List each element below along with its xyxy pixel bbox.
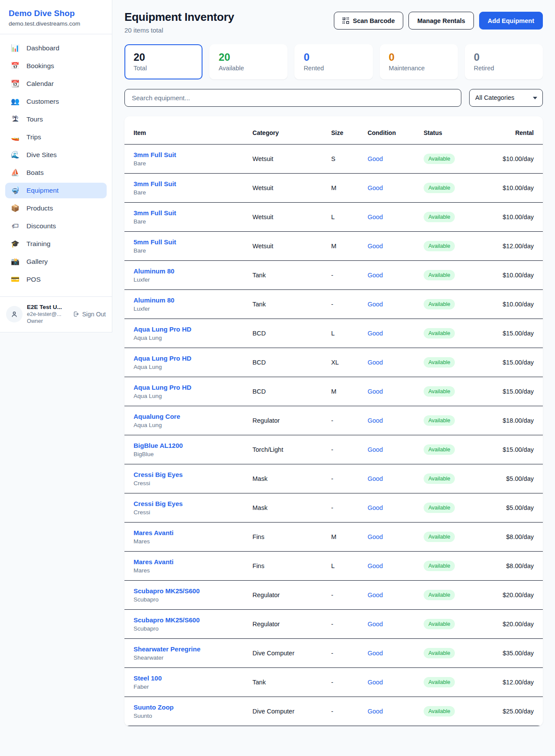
table-row[interactable]: Aluminum 80 Luxfer Tank - Good Available… <box>124 260 543 289</box>
table-row[interactable]: Cressi Big Eyes Cressi Mask - Good Avail… <box>124 493 543 522</box>
item-name-link[interactable]: BigBlue AL1200 <box>134 442 183 449</box>
table-row[interactable]: Suunto Zoop Suunto Dive Computer - Good … <box>124 697 543 726</box>
table-row[interactable]: 3mm Full Suit Bare Wetsuit S Good Availa… <box>124 144 543 173</box>
item-condition-link[interactable]: Good <box>368 650 383 657</box>
table-row[interactable]: Aqualung Core Aqua Lung Regulator - Good… <box>124 406 543 435</box>
table-row[interactable]: Scubapro MK25/S600 Scubapro Regulator - … <box>124 580 543 609</box>
item-condition-link[interactable]: Good <box>368 184 383 191</box>
item-condition-link[interactable]: Good <box>368 475 383 482</box>
item-name-link[interactable]: 3mm Full Suit <box>134 180 176 187</box>
item-name-link[interactable]: Cressi Big Eyes <box>134 471 183 478</box>
stat-card-retired[interactable]: 0 Retired <box>465 44 543 79</box>
item-name-link[interactable]: Suunto Zoop <box>134 703 173 711</box>
item-rental-price: $20.00/day <box>489 580 543 609</box>
table-row[interactable]: Aqua Lung Pro HD Aqua Lung BCD L Good Av… <box>124 319 543 348</box>
item-condition-link[interactable]: Good <box>368 679 383 686</box>
column-header-category[interactable]: Category <box>252 116 331 145</box>
table-row[interactable]: Aqua Lung Pro HD Aqua Lung BCD M Good Av… <box>124 377 543 406</box>
sign-out-button[interactable]: Sign Out <box>73 311 106 318</box>
item-name-link[interactable]: 3mm Full Suit <box>134 209 176 217</box>
item-condition-link[interactable]: Good <box>368 708 383 715</box>
status-badge: Available <box>424 590 455 600</box>
item-condition-link[interactable]: Good <box>368 446 383 453</box>
item-condition-link[interactable]: Good <box>368 330 383 337</box>
table-row[interactable]: Shearwater Peregrine Shearwater Dive Com… <box>124 638 543 667</box>
column-header-item[interactable]: Item <box>124 116 252 145</box>
sidebar-item[interactable]: 📊 Dashboard <box>5 40 107 56</box>
table-row[interactable]: Aqua Lung Pro HD Aqua Lung BCD XL Good A… <box>124 348 543 377</box>
stat-card-maintenance[interactable]: 0 Maintenance <box>380 44 458 79</box>
stat-label-maintenance: Maintenance <box>389 65 449 72</box>
sidebar-item[interactable]: 💳 POS <box>5 272 107 287</box>
sidebar-item[interactable]: 🚤 Trips <box>5 129 107 145</box>
column-header-rental[interactable]: Rental <box>489 116 543 145</box>
stat-value-maintenance: 0 <box>389 51 449 63</box>
item-condition-link[interactable]: Good <box>368 272 383 279</box>
stat-card-total[interactable]: 20 Total <box>124 44 202 79</box>
table-row[interactable]: Cressi Big Eyes Cressi Mask - Good Avail… <box>124 464 543 493</box>
item-name-link[interactable]: Scubapro MK25/S600 <box>134 616 200 624</box>
sidebar-item[interactable]: 📅 Bookings <box>5 58 107 74</box>
item-name-link[interactable]: 5mm Full Suit <box>134 238 176 246</box>
item-name-link[interactable]: Shearwater Peregrine <box>134 645 200 653</box>
item-rental-price: $10.00/day <box>489 144 543 173</box>
item-condition-link[interactable]: Good <box>368 562 383 569</box>
sidebar-item-label: POS <box>26 276 41 283</box>
item-name-link[interactable]: Aqua Lung Pro HD <box>134 355 191 362</box>
status-badge: Available <box>424 444 455 455</box>
item-condition-link[interactable]: Good <box>368 621 383 628</box>
column-header-size[interactable]: Size <box>331 116 368 145</box>
table-row[interactable]: Steel 100 Faber Tank - Good Available $1… <box>124 667 543 697</box>
column-header-status[interactable]: Status <box>424 116 489 145</box>
add-equipment-button[interactable]: Add Equipment <box>479 12 543 30</box>
item-condition-link[interactable]: Good <box>368 155 383 162</box>
item-name-link[interactable]: Scubapro MK25/S600 <box>134 587 200 595</box>
table-row[interactable]: 3mm Full Suit Bare Wetsuit L Good Availa… <box>124 202 543 231</box>
brand-name[interactable]: Demo Dive Shop <box>9 9 103 18</box>
item-name-link[interactable]: Mares Avanti <box>134 558 173 565</box>
sidebar-item[interactable]: 📆 Calendar <box>5 76 107 92</box>
table-row[interactable]: 3mm Full Suit Bare Wetsuit M Good Availa… <box>124 173 543 202</box>
table-row[interactable]: Mares Avanti Mares Fins L Good Available… <box>124 551 543 580</box>
table-row[interactable]: Mares Avanti Mares Fins M Good Available… <box>124 522 543 551</box>
item-condition-link[interactable]: Good <box>368 417 383 424</box>
item-name-link[interactable]: Aluminum 80 <box>134 267 174 275</box>
item-name-link[interactable]: Aqua Lung Pro HD <box>134 384 191 391</box>
item-condition-link[interactable]: Good <box>368 592 383 598</box>
item-name-link[interactable]: Steel 100 <box>134 674 162 682</box>
item-condition-link[interactable]: Good <box>368 301 383 308</box>
brand-domain: demo.test.divestreams.com <box>9 20 103 27</box>
item-condition-link[interactable]: Good <box>368 388 383 395</box>
sidebar-item[interactable]: 🏷 Discounts <box>5 218 107 234</box>
manage-rentals-button[interactable]: Manage Rentals <box>408 12 473 30</box>
item-name-link[interactable]: 3mm Full Suit <box>134 151 176 158</box>
sidebar-item[interactable]: 🤿 Equipment <box>5 183 107 198</box>
sidebar-item[interactable]: 👥 Customers <box>5 94 107 109</box>
table-row[interactable]: Scubapro MK25/S600 Scubapro Regulator - … <box>124 609 543 638</box>
stat-card-available[interactable]: 20 Available <box>209 44 287 79</box>
item-condition-link[interactable]: Good <box>368 243 383 250</box>
column-header-condition[interactable]: Condition <box>368 116 424 145</box>
item-condition-link[interactable]: Good <box>368 359 383 366</box>
item-condition-link[interactable]: Good <box>368 214 383 220</box>
sidebar-item[interactable]: ⛵ Boats <box>5 165 107 181</box>
item-condition-link[interactable]: Good <box>368 504 383 511</box>
sidebar-item[interactable]: 📦 Products <box>5 201 107 216</box>
item-name-link[interactable]: Cressi Big Eyes <box>134 500 183 507</box>
table-row[interactable]: Aluminum 80 Luxfer Tank - Good Available… <box>124 289 543 319</box>
search-input[interactable] <box>124 89 461 107</box>
stat-card-rented[interactable]: 0 Rented <box>294 44 372 79</box>
category-select[interactable]: All Categories <box>469 89 543 107</box>
item-name-link[interactable]: Aqualung Core <box>134 413 180 420</box>
item-name-link[interactable]: Aluminum 80 <box>134 296 174 304</box>
table-row[interactable]: BigBlue AL1200 BigBlue Torch/Light - Goo… <box>124 435 543 464</box>
item-condition-link[interactable]: Good <box>368 533 383 540</box>
sidebar-item[interactable]: 🌊 Dive Sites <box>5 147 107 163</box>
item-name-link[interactable]: Aqua Lung Pro HD <box>134 325 191 333</box>
table-row[interactable]: 5mm Full Suit Bare Wetsuit M Good Availa… <box>124 231 543 260</box>
sidebar-item[interactable]: 📸 Gallery <box>5 254 107 270</box>
sidebar-item[interactable]: 🏝 Tours <box>5 112 107 127</box>
sidebar-item[interactable]: 🎓 Training <box>5 236 107 252</box>
scan-barcode-button[interactable]: Scan Barcode <box>334 12 404 30</box>
item-name-link[interactable]: Mares Avanti <box>134 529 173 536</box>
